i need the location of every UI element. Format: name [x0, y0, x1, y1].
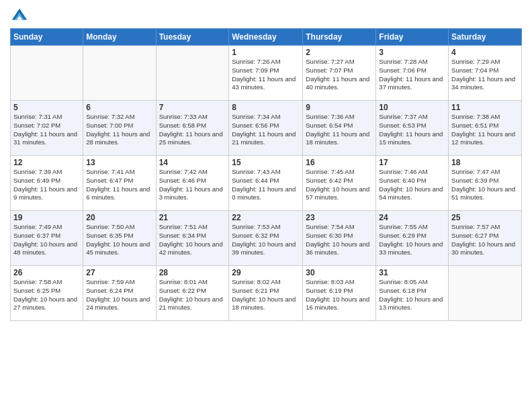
- calendar-cell: 8Sunrise: 7:34 AM Sunset: 6:56 PM Daylig…: [229, 101, 303, 156]
- day-info: Sunrise: 7:38 AM Sunset: 6:51 PM Dayligh…: [451, 113, 519, 147]
- day-number: 21: [159, 213, 226, 222]
- calendar-week-3: 12Sunrise: 7:39 AM Sunset: 6:49 PM Dayli…: [11, 156, 522, 211]
- day-info: Sunrise: 7:47 AM Sunset: 6:39 PM Dayligh…: [451, 168, 519, 202]
- calendar-cell: [11, 46, 83, 101]
- calendar-cell: 26Sunrise: 7:58 AM Sunset: 6:25 PM Dayli…: [11, 266, 83, 321]
- day-info: Sunrise: 7:43 AM Sunset: 6:44 PM Dayligh…: [232, 168, 300, 202]
- day-number: 10: [379, 103, 445, 112]
- day-number: 31: [379, 268, 445, 277]
- calendar-cell: 13Sunrise: 7:41 AM Sunset: 6:47 PM Dayli…: [83, 156, 156, 211]
- weekday-header-tuesday: Tuesday: [156, 29, 229, 46]
- calendar-cell: 5Sunrise: 7:31 AM Sunset: 7:02 PM Daylig…: [11, 101, 83, 156]
- day-number: 19: [13, 213, 80, 222]
- calendar-week-1: 1Sunrise: 7:26 AM Sunset: 7:09 PM Daylig…: [11, 46, 522, 101]
- day-number: 20: [86, 213, 152, 222]
- calendar-cell: 20Sunrise: 7:50 AM Sunset: 6:35 PM Dayli…: [83, 211, 156, 266]
- weekday-header-thursday: Thursday: [303, 29, 376, 46]
- day-number: 26: [13, 268, 80, 277]
- calendar-cell: 19Sunrise: 7:49 AM Sunset: 6:37 PM Dayli…: [11, 211, 83, 266]
- day-info: Sunrise: 7:39 AM Sunset: 6:49 PM Dayligh…: [13, 168, 80, 202]
- calendar-cell: 17Sunrise: 7:46 AM Sunset: 6:40 PM Dayli…: [376, 156, 449, 211]
- day-info: Sunrise: 7:28 AM Sunset: 7:06 PM Dayligh…: [379, 58, 445, 92]
- day-number: 11: [451, 103, 519, 112]
- day-number: 22: [232, 213, 300, 222]
- calendar-cell: 2Sunrise: 7:27 AM Sunset: 7:07 PM Daylig…: [303, 46, 376, 101]
- calendar-cell: 22Sunrise: 7:53 AM Sunset: 6:32 PM Dayli…: [229, 211, 303, 266]
- day-number: 8: [232, 103, 300, 112]
- calendar-cell: 3Sunrise: 7:28 AM Sunset: 7:06 PM Daylig…: [376, 46, 449, 101]
- calendar-cell: 9Sunrise: 7:36 AM Sunset: 6:54 PM Daylig…: [303, 101, 376, 156]
- day-info: Sunrise: 7:29 AM Sunset: 7:04 PM Dayligh…: [451, 58, 519, 92]
- calendar-cell: 21Sunrise: 7:51 AM Sunset: 6:34 PM Dayli…: [156, 211, 229, 266]
- day-number: 4: [451, 48, 519, 57]
- day-number: 23: [306, 213, 373, 222]
- day-number: 30: [306, 268, 373, 277]
- calendar-cell: 1Sunrise: 7:26 AM Sunset: 7:09 PM Daylig…: [229, 46, 303, 101]
- day-number: 17: [379, 158, 445, 167]
- day-info: Sunrise: 8:02 AM Sunset: 6:21 PM Dayligh…: [232, 278, 300, 312]
- logo: [10, 7, 30, 26]
- day-info: Sunrise: 7:45 AM Sunset: 6:42 PM Dayligh…: [306, 168, 373, 202]
- day-info: Sunrise: 7:42 AM Sunset: 6:46 PM Dayligh…: [159, 168, 226, 202]
- day-number: 16: [306, 158, 373, 167]
- calendar-cell: 6Sunrise: 7:32 AM Sunset: 7:00 PM Daylig…: [83, 101, 156, 156]
- calendar-week-5: 26Sunrise: 7:58 AM Sunset: 6:25 PM Dayli…: [11, 266, 522, 321]
- weekday-header-saturday: Saturday: [449, 29, 522, 46]
- day-number: 7: [159, 103, 226, 112]
- calendar-cell: 14Sunrise: 7:42 AM Sunset: 6:46 PM Dayli…: [156, 156, 229, 211]
- weekday-header-row: SundayMondayTuesdayWednesdayThursdayFrid…: [11, 29, 522, 46]
- calendar-cell: [449, 266, 522, 321]
- page-container: SundayMondayTuesdayWednesdayThursdayFrid…: [0, 0, 532, 326]
- calendar-cell: 30Sunrise: 8:03 AM Sunset: 6:19 PM Dayli…: [303, 266, 376, 321]
- calendar-week-4: 19Sunrise: 7:49 AM Sunset: 6:37 PM Dayli…: [11, 211, 522, 266]
- day-info: Sunrise: 7:27 AM Sunset: 7:07 PM Dayligh…: [306, 58, 373, 92]
- day-number: 13: [86, 158, 152, 167]
- day-number: 29: [232, 268, 300, 277]
- day-number: 24: [379, 213, 445, 222]
- calendar-week-2: 5Sunrise: 7:31 AM Sunset: 7:02 PM Daylig…: [11, 101, 522, 156]
- calendar-cell: [83, 46, 156, 101]
- day-info: Sunrise: 7:32 AM Sunset: 7:00 PM Dayligh…: [86, 113, 152, 147]
- weekday-header-wednesday: Wednesday: [229, 29, 303, 46]
- day-number: 12: [13, 158, 80, 167]
- day-number: 18: [451, 158, 519, 167]
- day-info: Sunrise: 8:05 AM Sunset: 6:18 PM Dayligh…: [379, 278, 445, 312]
- day-info: Sunrise: 7:34 AM Sunset: 6:56 PM Dayligh…: [232, 113, 300, 147]
- calendar-cell: [156, 46, 229, 101]
- calendar-cell: 7Sunrise: 7:33 AM Sunset: 6:58 PM Daylig…: [156, 101, 229, 156]
- calendar-cell: 24Sunrise: 7:55 AM Sunset: 6:29 PM Dayli…: [376, 211, 449, 266]
- day-info: Sunrise: 7:51 AM Sunset: 6:34 PM Dayligh…: [159, 223, 226, 257]
- day-number: 27: [86, 268, 152, 277]
- day-number: 3: [379, 48, 445, 57]
- day-info: Sunrise: 7:55 AM Sunset: 6:29 PM Dayligh…: [379, 223, 445, 257]
- day-number: 15: [232, 158, 300, 167]
- day-info: Sunrise: 7:31 AM Sunset: 7:02 PM Dayligh…: [13, 113, 80, 147]
- day-info: Sunrise: 7:49 AM Sunset: 6:37 PM Dayligh…: [13, 223, 80, 257]
- calendar-cell: 23Sunrise: 7:54 AM Sunset: 6:30 PM Dayli…: [303, 211, 376, 266]
- day-info: Sunrise: 7:46 AM Sunset: 6:40 PM Dayligh…: [379, 168, 445, 202]
- day-info: Sunrise: 7:33 AM Sunset: 6:58 PM Dayligh…: [159, 113, 226, 147]
- calendar-cell: 29Sunrise: 8:02 AM Sunset: 6:21 PM Dayli…: [229, 266, 303, 321]
- day-info: Sunrise: 7:37 AM Sunset: 6:53 PM Dayligh…: [379, 113, 445, 147]
- calendar-cell: 4Sunrise: 7:29 AM Sunset: 7:04 PM Daylig…: [449, 46, 522, 101]
- calendar-cell: 12Sunrise: 7:39 AM Sunset: 6:49 PM Dayli…: [11, 156, 83, 211]
- day-info: Sunrise: 7:36 AM Sunset: 6:54 PM Dayligh…: [306, 113, 373, 147]
- calendar-cell: 27Sunrise: 7:59 AM Sunset: 6:24 PM Dayli…: [83, 266, 156, 321]
- calendar-table: SundayMondayTuesdayWednesdayThursdayFrid…: [10, 28, 522, 321]
- day-number: 5: [13, 103, 80, 112]
- day-number: 14: [159, 158, 226, 167]
- calendar-cell: 31Sunrise: 8:05 AM Sunset: 6:18 PM Dayli…: [376, 266, 449, 321]
- day-info: Sunrise: 7:53 AM Sunset: 6:32 PM Dayligh…: [232, 223, 300, 257]
- day-number: 2: [306, 48, 373, 57]
- calendar-cell: 18Sunrise: 7:47 AM Sunset: 6:39 PM Dayli…: [449, 156, 522, 211]
- day-info: Sunrise: 8:01 AM Sunset: 6:22 PM Dayligh…: [159, 278, 226, 312]
- header: [10, 7, 522, 26]
- day-number: 25: [451, 213, 519, 222]
- weekday-header-monday: Monday: [83, 29, 156, 46]
- calendar-cell: 15Sunrise: 7:43 AM Sunset: 6:44 PM Dayli…: [229, 156, 303, 211]
- calendar-cell: 10Sunrise: 7:37 AM Sunset: 6:53 PM Dayli…: [376, 101, 449, 156]
- day-number: 6: [86, 103, 152, 112]
- day-info: Sunrise: 7:26 AM Sunset: 7:09 PM Dayligh…: [232, 58, 300, 92]
- day-info: Sunrise: 8:03 AM Sunset: 6:19 PM Dayligh…: [306, 278, 373, 312]
- calendar-cell: 16Sunrise: 7:45 AM Sunset: 6:42 PM Dayli…: [303, 156, 376, 211]
